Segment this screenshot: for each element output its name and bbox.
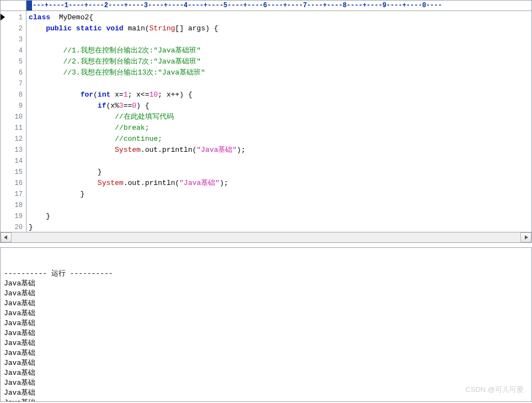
code-line[interactable]: System.out.println("Java基础"); [29,145,531,156]
gutter-line: 13 [1,145,26,156]
gutter-line: 15 [1,167,26,178]
code-line[interactable]: } [29,222,531,232]
ruler: ----+----1----+----2----+----3----+----4… [1,1,531,11]
output-line: Java基础 [4,309,528,319]
gutter-line: 4 [1,45,26,56]
gutter-line: 8 [1,89,26,100]
code-line[interactable]: for(int x=1; x<=10; x++) { [29,89,531,100]
code-line[interactable]: } [29,167,531,178]
code-line[interactable]: } [29,189,531,200]
gutter: 1234567891011121314151617181920 [1,11,26,232]
output-line: Java基础 [4,358,528,368]
gutter-line: 9 [1,100,26,112]
ruler-gutter [1,1,26,10]
gutter-line: 11 [1,123,26,134]
code-line[interactable]: //2.我想在控制台输出7次:"Java基础班" [29,56,531,67]
code-line[interactable]: //在此处填写代码 [29,112,531,123]
output-line: Java基础 [4,328,528,338]
output-line: Java基础 [4,398,528,402]
ruler-strip: ----+----1----+----2----+----3----+----4… [26,1,531,10]
gutter-line: 18 [1,200,26,211]
gutter-line: 2 [1,23,26,34]
code-line[interactable]: //3.我想在控制台输出13次:"Java基础班" [29,67,531,78]
scroll-left-icon[interactable] [1,232,12,242]
gutter-line: 3 [1,34,26,45]
gutter-line: 17 [1,189,26,200]
gutter-line: 10 [1,112,26,123]
output-line: Java基础 [4,279,528,289]
output-pane[interactable]: ---------- 运行 ----------Java基础Java基础Java… [0,247,532,402]
editor-pane: ----+----1----+----2----+----3----+----4… [0,0,532,243]
code-line[interactable]: //continue; [29,134,531,145]
code-line[interactable] [29,78,531,89]
output-line: Java基础 [4,289,528,299]
current-line-arrow-icon [1,14,5,20]
gutter-line: 14 [1,156,26,167]
code-line[interactable]: //break; [29,123,531,134]
code-line[interactable] [29,200,531,211]
code-line[interactable]: //1.我想在控制台输出2次:"Java基础班" [29,45,531,56]
scroll-right-icon[interactable] [520,232,531,242]
code-line[interactable] [29,34,531,45]
code-line[interactable]: public static void main(String[] args) { [29,23,531,34]
code-line[interactable]: } [29,211,531,222]
output-line: Java基础 [4,348,528,358]
gutter-line: 16 [1,178,26,189]
gutter-line: 7 [1,78,26,89]
output-line: Java基础 [4,299,528,309]
scroll-track[interactable] [12,233,520,242]
gutter-line: 19 [1,211,26,222]
code-line[interactable]: System.out.println("Java基础"); [29,178,531,189]
gutter-line: 20 [1,222,26,232]
svg-marker-1 [525,235,528,240]
output-line: Java基础 [4,388,528,398]
svg-marker-0 [4,235,7,240]
output-line: Java基础 [4,378,528,388]
output-line: Java基础 [4,368,528,378]
gutter-line: 1 [1,12,26,23]
code-line[interactable] [29,156,531,167]
code-line[interactable]: if(x%3==0) { [29,100,531,112]
code-line[interactable]: class MyDemo2{ [29,12,531,23]
code-area[interactable]: class MyDemo2{ public static void main(S… [26,11,531,232]
pane-separator[interactable] [0,243,532,247]
output-line: Java基础 [4,338,528,348]
gutter-line: 12 [1,134,26,145]
gutter-line: 6 [1,67,26,78]
output-line: Java基础 [4,319,528,328]
gutter-line: 5 [1,56,26,67]
output-header: ---------- 运行 ---------- [4,269,528,279]
horizontal-scrollbar[interactable] [1,232,531,242]
code-body: 1234567891011121314151617181920 class My… [1,11,531,232]
